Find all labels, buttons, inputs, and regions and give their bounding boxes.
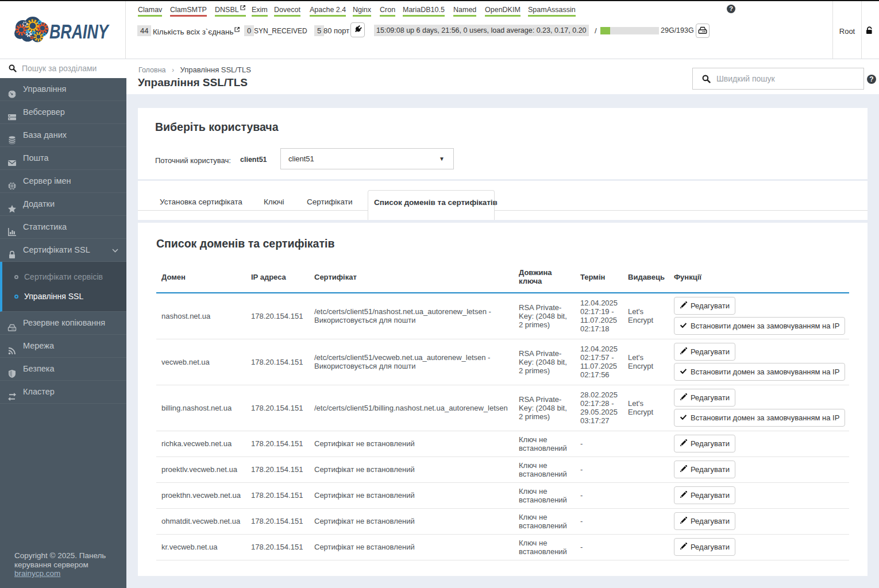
svg-text:BRAINY: BRAINY	[49, 20, 110, 43]
